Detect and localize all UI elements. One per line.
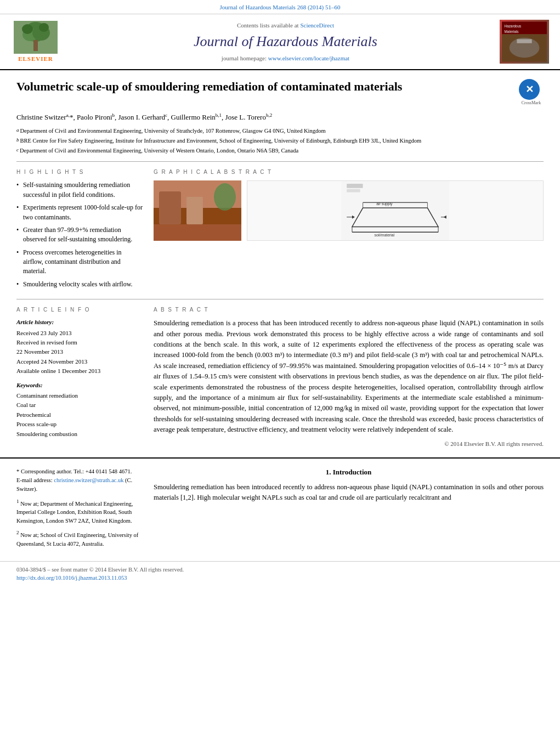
highlights-label: H I G H L I G H T S [16, 168, 143, 176]
footer-issn: 0304-3894/$ – see front matter © 2014 El… [16, 566, 544, 574]
abstract-text: Smouldering remediation is a process tha… [154, 318, 544, 449]
footer-doi-link[interactable]: http://dx.doi.org/10.1016/j.jhazmat.2013… [16, 575, 127, 581]
journal-center-info: Contents lists available at ScienceDirec… [71, 21, 500, 63]
svg-text:Hazardous: Hazardous [505, 25, 522, 29]
introduction-text: Smouldering remediation has been introdu… [154, 482, 544, 504]
svg-rect-4 [33, 40, 38, 51]
introduction-col: 1. Introduction Smouldering remediation … [154, 467, 544, 552]
svg-rect-20 [154, 224, 241, 241]
sciencedirect-link[interactable]: ScienceDirect [300, 22, 334, 29]
highlight-item-4: Process overcomes heterogeneities in air… [16, 248, 143, 276]
graphical-abstract-col: G R A P H I C A L A B S T R A C T [154, 168, 544, 292]
article-info-abstract-section: A R T I C L E I N F O Article history: R… [16, 306, 544, 449]
paper-title-row: Volumetric scale-up of smouldering remed… [16, 79, 544, 106]
graphical-abstract-label: G R A P H I C A L A B S T R A C T [154, 168, 544, 176]
paper-title: Volumetric scale-up of smouldering remed… [16, 79, 513, 95]
svg-point-6 [39, 23, 49, 32]
highlight-item-2: Experiments represent 1000-fold scale-up… [16, 203, 143, 222]
article-history: Article history: Received 23 July 2013 R… [16, 318, 143, 375]
article-info-col: A R T I C L E I N F O Article history: R… [16, 306, 143, 449]
affiliations: a Department of Civil and Environmental … [16, 127, 544, 155]
highlights-list: Self-sustaining smouldering remediation … [16, 180, 143, 289]
footnote-star: * Corresponding author. Tel.: +44 0141 5… [16, 467, 143, 493]
svg-text:soil/material: soil/material [375, 233, 395, 237]
journal-citation: Journal of Hazardous Materials 268 (2014… [220, 4, 341, 10]
svg-point-19 [214, 183, 236, 211]
affiliation-b: b BRE Centre for Fire Safety Engineering… [16, 137, 544, 145]
graphical-abstract-images: soil/material air supply [154, 180, 544, 241]
highlights-col: H I G H L I G H T S Self-sustaining smou… [16, 168, 143, 292]
homepage-line: journal homepage: www.elsevier.com/locat… [71, 54, 500, 63]
svg-point-5 [22, 24, 33, 34]
abstract-paragraph: Smouldering remediation is a process tha… [154, 318, 544, 435]
affiliation-c: c Department of Civil and Environmental … [16, 146, 544, 155]
svg-rect-22 [347, 184, 363, 188]
revised-date: 22 November 2013 [16, 348, 143, 356]
keyword-5: Smouldering combustion [16, 430, 143, 438]
crossmark-badge: ✕ CrossMark [519, 79, 544, 106]
bottom-section: * Corresponding author. Tel.: +44 0141 5… [0, 457, 560, 561]
elsevier-tree-image [14, 21, 58, 54]
affiliation-a: a Department of Civil and Environmental … [16, 127, 544, 135]
accepted-date: Accepted 24 November 2013 [16, 358, 143, 366]
journal-thumbnail: Hazardous Materials [500, 20, 549, 64]
ga-photo [154, 180, 241, 241]
highlight-item-1: Self-sustaining smouldering remediation … [16, 180, 143, 200]
keyword-2: Coal tar [16, 401, 143, 409]
keywords-title: Keywords: [16, 381, 143, 389]
journal-title-header: Journal of Hazardous Materials [71, 32, 500, 52]
highlights-abstract-section: H I G H L I G H T S Self-sustaining smou… [16, 168, 544, 292]
highlight-item-5: Smouldering velocity scales with airflow… [16, 280, 143, 289]
footer-bottom: 0304-3894/$ – see front matter © 2014 El… [0, 561, 560, 586]
homepage-link[interactable]: www.elsevier.com/locate/jhazmat [268, 55, 349, 61]
received-date: Received 23 July 2013 [16, 329, 143, 337]
keyword-1: Contaminant remediation [16, 392, 143, 400]
elsevier-brand-text: ELSEVIER [18, 55, 53, 63]
highlight-item-3: Greater than 97–99.9+% remediation obser… [16, 225, 143, 245]
crossmark-icon: ✕ [519, 79, 540, 100]
keyword-3: Petrochemical [16, 411, 143, 419]
svg-text:Materials: Materials [505, 30, 519, 33]
footnotes-col: * Corresponding author. Tel.: +44 0141 5… [16, 467, 143, 552]
elsevier-logo: ELSEVIER [11, 21, 60, 63]
article-info-label: A R T I C L E I N F O [16, 306, 143, 314]
footnotes-and-intro: * Corresponding author. Tel.: +44 0141 5… [16, 467, 544, 552]
available-date: Available online 1 December 2013 [16, 367, 143, 375]
svg-rect-13 [517, 39, 531, 43]
crossmark-label: CrossMark [519, 100, 544, 106]
divider-2 [16, 299, 544, 299]
ga-diagram: soil/material air supply [247, 180, 544, 241]
divider-1 [16, 161, 544, 162]
copyright-line: © 2014 Elsevier B.V. All rights reserved… [154, 439, 544, 449]
journal-top-bar: Journal of Hazardous Materials 268 (2014… [0, 0, 560, 14]
svg-rect-23 [347, 189, 360, 193]
authors-line: Christine Switzera,*, Paolo Pironib, Jas… [16, 112, 544, 123]
journal-header: ELSEVIER Contents lists available at Sci… [0, 14, 560, 70]
sciencedirect-line: Contents lists available at ScienceDirec… [71, 21, 500, 30]
revised-label: Received in revised form [16, 338, 143, 347]
paper-content: Volumetric scale-up of smouldering remed… [0, 70, 560, 457]
introduction-heading: 1. Introduction [154, 467, 544, 477]
abstract-col: A B S T R A C T Smouldering remediation … [154, 306, 544, 449]
keywords-section: Keywords: Contaminant remediation Coal t… [16, 381, 143, 438]
author-email-link[interactable]: christine.switzer@strath.ac.uk [54, 477, 123, 483]
svg-text:air supply: air supply [376, 202, 393, 207]
svg-rect-18 [186, 197, 203, 224]
history-title: Article history: [16, 318, 143, 326]
abstract-label: A B S T R A C T [154, 306, 544, 314]
footnote-2: 2 Now at; School of Civil Engineering, U… [16, 529, 143, 548]
svg-rect-17 [159, 191, 181, 224]
keyword-4: Process scale-up [16, 420, 143, 428]
footnote-1: 1 Now at; Department of Mechanical Engin… [16, 498, 143, 525]
